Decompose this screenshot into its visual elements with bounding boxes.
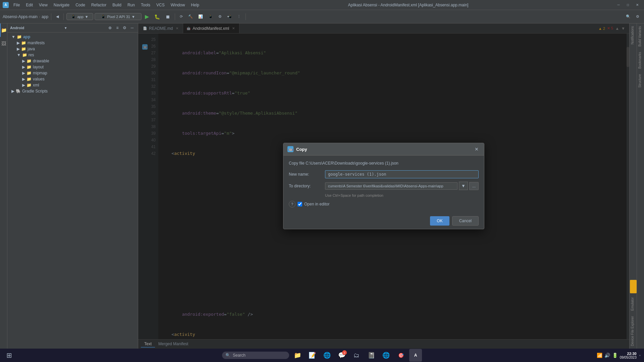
menu-view[interactable]: View: [36, 2, 50, 8]
bookmarks-label[interactable]: Bookmarks: [637, 49, 644, 71]
menu-vcs[interactable]: VCS: [154, 2, 167, 8]
menu-run[interactable]: Run: [125, 2, 138, 8]
device-arrow: ▼: [131, 15, 135, 19]
taskbar-wifi-icon[interactable]: 📶: [597, 353, 602, 358]
project-panel-title: Android: [10, 26, 24, 30]
tree-item-xml[interactable]: ▶ 📁 xml: [7, 82, 138, 88]
tree-item-gradle[interactable]: ▶ 🐘 Gradle Scripts: [7, 88, 138, 94]
taskbar-notion[interactable]: 📓: [365, 349, 378, 362]
dialog-directory-input[interactable]: [325, 182, 458, 190]
profile-button[interactable]: 📊: [196, 13, 205, 20]
breadcrumb-project[interactable]: Absensi-Apps-main: [3, 14, 38, 19]
search-button[interactable]: 🔍: [624, 13, 633, 20]
dialog-openineditor-checkbox[interactable]: [298, 202, 302, 206]
resource-manager-button[interactable]: 🖼: [0, 37, 7, 50]
dialog-directory-row: To directory: ▼ ...: [289, 182, 479, 190]
app-logo: A: [3, 2, 9, 8]
menu-refactor[interactable]: Refactor: [89, 2, 109, 8]
tree-expand-app: ▼: [11, 35, 15, 39]
taskbar-notepad[interactable]: 📝: [306, 349, 319, 362]
close-button[interactable]: ✕: [633, 2, 641, 8]
run-config-dropdown[interactable]: 📱 app ▼: [66, 13, 93, 20]
panel-settings-icon[interactable]: ⚙: [122, 25, 128, 31]
taskbar-edge[interactable]: 🌐: [321, 349, 333, 362]
tree-label-layout: layout: [33, 65, 44, 69]
menu-help[interactable]: Help: [188, 2, 202, 8]
taskbar-files[interactable]: 🗂: [350, 349, 363, 362]
dialog-help-button[interactable]: ?: [289, 201, 296, 207]
menu-tools[interactable]: Tools: [138, 2, 153, 8]
tree-label-mipmap: mipmap: [33, 71, 47, 75]
device-dropdown[interactable]: 📱 Pixel 2 API 31 ▼: [95, 13, 142, 20]
more-button[interactable]: ⋮: [235, 13, 243, 20]
emulator-panel-label[interactable]: Emulator: [630, 295, 637, 313]
settings-button[interactable]: ⚙: [634, 13, 641, 20]
dialog-openineditor-label: Open in editor: [304, 202, 329, 206]
sync-button[interactable]: ⟳: [178, 13, 185, 20]
taskbar-battery-icon[interactable]: 🔋: [612, 353, 618, 358]
build-variants-label[interactable]: Build Variants: [637, 23, 644, 49]
taskbar-messenger[interactable]: 💬 2: [335, 349, 348, 362]
nav-back-button[interactable]: ◀: [54, 13, 61, 20]
tree-item-app[interactable]: ▼ 📁 app: [7, 34, 138, 40]
menu-build[interactable]: Build: [110, 2, 124, 8]
device-manager-button[interactable]: 📲: [225, 13, 234, 20]
tree-item-drawable[interactable]: ▶ 📁 drawable: [7, 58, 138, 64]
dialog-close-button[interactable]: ✕: [473, 146, 480, 153]
dialog-dir-browse-button[interactable]: ...: [469, 182, 479, 190]
taskbar-chrome[interactable]: 🌐: [380, 349, 392, 362]
start-button[interactable]: ⊞: [3, 349, 15, 362]
panel-minimize-icon[interactable]: ─: [129, 25, 135, 31]
manifests-folder-icon: 📁: [21, 41, 26, 45]
taskbar-clock[interactable]: 22:30 09/05/2023: [620, 352, 637, 359]
stop-button[interactable]: ⏹: [163, 13, 172, 21]
menu-code[interactable]: Code: [73, 2, 88, 8]
right-panel-strip-2: Build Variants Bookmarks Structure: [637, 23, 644, 349]
dialog-directory-label: To directory:: [289, 184, 322, 188]
locate-in-file-icon[interactable]: ⊕: [107, 25, 113, 31]
project-panel-button[interactable]: 📁: [0, 23, 7, 37]
breadcrumb-module[interactable]: app: [42, 14, 48, 19]
tree-item-res[interactable]: ▼ 📁 res: [7, 52, 138, 58]
tree-label-xml: xml: [33, 83, 39, 87]
dialog-subtitle: Copy file C:\Users\ACER\Downloads\google…: [289, 161, 479, 166]
maximize-button[interactable]: □: [624, 2, 632, 8]
clock-date: 09/05/2023: [620, 356, 637, 359]
dialog-dir-dropdown-button[interactable]: ▼: [459, 182, 468, 190]
toolbar-sep-1: [51, 13, 51, 20]
structure-label[interactable]: Structure: [637, 71, 644, 90]
taskbar-android-studio[interactable]: A: [409, 349, 422, 362]
run-button[interactable]: ▶: [143, 12, 151, 21]
taskbar-left: ⊞: [3, 349, 15, 362]
tree-item-layout[interactable]: ▶ 📁 layout: [7, 64, 138, 70]
menu-window[interactable]: Window: [168, 2, 188, 8]
dialog-ok-button[interactable]: OK: [430, 216, 449, 226]
tree-item-mipmap[interactable]: ▶ 📁 mipmap: [7, 70, 138, 76]
notifications-panel-label[interactable]: Notifications: [630, 23, 637, 47]
panel-dropdown-arrow[interactable]: ▼: [64, 26, 67, 30]
menu-navigate[interactable]: Navigate: [51, 2, 72, 8]
dialog-newname-input[interactable]: [325, 170, 479, 178]
breadcrumb-arrow: ›: [39, 14, 40, 19]
menu-edit[interactable]: Edit: [23, 2, 36, 8]
tree-item-manifests[interactable]: ▶ 📁 manifests: [7, 40, 138, 46]
run-config-label: app: [77, 15, 83, 19]
show-desktop-button[interactable]: ▫: [639, 352, 641, 358]
device-file-explorer-label[interactable]: Device File Explorer: [630, 313, 637, 349]
debug-button[interactable]: 🐛: [152, 13, 162, 21]
menu-file[interactable]: File: [11, 2, 22, 8]
taskbar-explorer[interactable]: 📁: [291, 349, 304, 362]
warning-stripe: [630, 280, 637, 293]
collapse-all-icon[interactable]: ≡: [114, 25, 120, 31]
avd-button[interactable]: 📱: [206, 13, 215, 20]
minimize-button[interactable]: ─: [614, 2, 623, 8]
sdk-button[interactable]: ⚙: [216, 13, 224, 20]
build-button[interactable]: 🔨: [186, 13, 195, 20]
taskbar-volume-icon[interactable]: 🔊: [604, 353, 610, 358]
tree-item-values[interactable]: ▶ 📁 values: [7, 76, 138, 82]
tree-label-values: values: [33, 77, 45, 81]
dialog-cancel-button[interactable]: Cancel: [452, 216, 479, 226]
taskbar-app1[interactable]: 🎯: [394, 349, 407, 362]
tree-item-java[interactable]: ▶ 📁 java: [7, 46, 138, 52]
taskbar-search-input[interactable]: [222, 352, 289, 359]
